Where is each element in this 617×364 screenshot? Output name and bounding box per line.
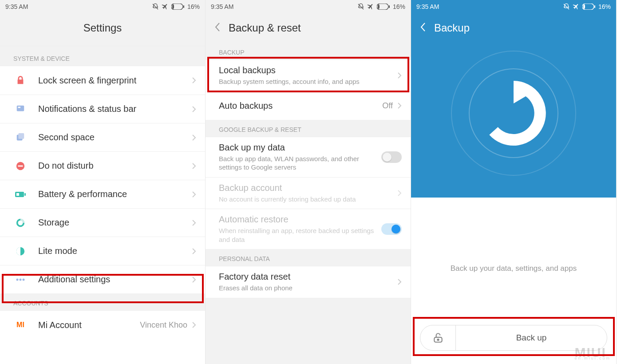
row-label: Notifications & status bar xyxy=(38,104,192,114)
settings-header: Settings xyxy=(0,13,205,43)
mi-account-value: Vincent Khoo xyxy=(140,320,187,330)
backup-button[interactable]: Back up xyxy=(456,333,607,343)
row-label: Second space xyxy=(38,132,192,142)
status-time: 9:35 AM xyxy=(211,3,233,10)
row-title: Back up my data xyxy=(219,142,381,153)
chevron-right-icon xyxy=(397,190,402,197)
backup-button-label: Back up xyxy=(516,333,547,342)
battery-percent: 16% xyxy=(393,3,405,10)
row-mi-account[interactable]: MI Mi Account Vincent Khoo xyxy=(0,311,205,339)
row-second-space[interactable]: Second space xyxy=(0,123,205,151)
backup-header: Backup xyxy=(411,13,616,43)
chevron-right-icon xyxy=(192,276,196,283)
row-label: Lite mode xyxy=(38,246,192,256)
status-right-icons: 16% xyxy=(357,3,405,10)
row-lock-screen[interactable]: Lock screen & fingerprint xyxy=(0,66,205,95)
section-backup: BACKUP xyxy=(206,43,411,60)
row-label: Battery & performance xyxy=(38,189,192,199)
dnd-icon xyxy=(357,3,364,10)
row-auto-backups[interactable]: Auto backups Off xyxy=(206,91,411,120)
section-accounts: ACCOUNTS xyxy=(0,293,205,311)
status-bar: 9:35 AM 16% xyxy=(411,0,616,13)
row-automatic-restore: Automatic restore When reinstalling an a… xyxy=(206,209,411,249)
svg-point-29 xyxy=(437,339,439,340)
chevron-right-icon xyxy=(192,321,196,328)
unlock-button[interactable] xyxy=(420,325,456,350)
chevron-right-icon xyxy=(192,162,196,170)
backup-graphic-icon xyxy=(447,47,580,182)
backup-reset-title: Backup & reset xyxy=(229,22,301,34)
svg-rect-11 xyxy=(24,193,26,196)
row-local-backups[interactable]: Local backups Backup system settings, ac… xyxy=(206,60,411,91)
section-google-backup: GOOGLE BACKUP & RESET xyxy=(206,120,411,137)
dnd-icon xyxy=(152,3,159,10)
airplane-icon xyxy=(367,3,374,10)
row-factory-reset[interactable]: Factory data reset Erases all data on ph… xyxy=(206,266,411,298)
row-subtitle: Erases all data on phone xyxy=(219,284,397,293)
battery-percent: 16% xyxy=(598,3,611,10)
settings-screen: 9:35 AM 16% Settings SYSTEM & DEVICE Loc… xyxy=(0,0,206,364)
svg-point-16 xyxy=(20,278,22,281)
row-title: Local backups xyxy=(219,65,397,75)
svg-rect-3 xyxy=(183,5,184,8)
row-additional-settings[interactable]: Additional settings xyxy=(0,265,205,293)
chevron-right-icon xyxy=(192,248,196,255)
svg-rect-20 xyxy=(378,4,380,9)
svg-rect-21 xyxy=(389,5,390,8)
lock-icon xyxy=(13,73,28,87)
chevron-right-icon xyxy=(397,72,402,79)
row-lite-mode[interactable]: Lite mode xyxy=(0,237,205,265)
row-label: Mi Account xyxy=(38,320,140,330)
row-battery[interactable]: Battery & performance xyxy=(0,180,205,208)
second-space-icon xyxy=(13,131,28,145)
notifications-icon xyxy=(13,102,28,116)
chevron-right-icon xyxy=(192,106,196,113)
svg-rect-5 xyxy=(18,107,21,108)
svg-rect-12 xyxy=(16,193,19,196)
toggle-backup-data[interactable] xyxy=(381,151,402,163)
back-button[interactable] xyxy=(214,22,221,34)
unlock-icon xyxy=(432,332,444,344)
row-subtitle: Backup system settings, account info, an… xyxy=(219,77,397,86)
backup-reset-list: BACKUP Local backups Backup system setti… xyxy=(206,43,411,364)
status-bar: 9:35 AM 16% xyxy=(0,0,205,13)
more-icon xyxy=(13,273,28,287)
airplane-icon xyxy=(162,3,169,10)
settings-list: SYSTEM & DEVICE Lock screen & fingerprin… xyxy=(0,43,205,364)
row-label: Do not disturb xyxy=(38,161,192,171)
row-dnd[interactable]: Do not disturb xyxy=(0,151,205,180)
svg-point-15 xyxy=(16,278,19,281)
battery-percent: 16% xyxy=(187,3,200,10)
back-button[interactable] xyxy=(420,22,426,34)
row-subtitle: Back up app data, WLAN passwords, and ot… xyxy=(219,154,381,172)
row-title: Factory data reset xyxy=(219,272,397,282)
backup-reset-header: Backup & reset xyxy=(206,13,411,43)
chevron-right-icon xyxy=(397,102,402,109)
airplane-icon xyxy=(573,3,580,10)
backup-bottom: Back up your data, settings, and apps Ba… xyxy=(411,198,616,364)
status-bar: 9:35 AM 16% xyxy=(206,0,411,13)
settings-title: Settings xyxy=(83,22,122,34)
storage-icon xyxy=(13,216,28,230)
dnd-icon xyxy=(563,3,570,10)
svg-point-26 xyxy=(451,51,576,175)
row-title: Auto backups xyxy=(219,101,382,111)
row-subtitle: No account is currently storing backed u… xyxy=(219,195,397,204)
svg-rect-24 xyxy=(583,4,585,9)
row-notifications[interactable]: Notifications & status bar xyxy=(0,95,205,123)
battery-icon xyxy=(171,4,185,10)
row-storage[interactable]: Storage xyxy=(0,208,205,237)
svg-rect-9 xyxy=(18,165,23,166)
status-right-icons: 16% xyxy=(563,3,611,10)
mi-logo-icon: MI xyxy=(13,318,28,332)
svg-rect-2 xyxy=(172,4,174,9)
svg-rect-4 xyxy=(17,105,24,111)
backup-reset-screen: 9:35 AM 16% Backup & reset BACKUP Local … xyxy=(206,0,411,364)
battery-icon xyxy=(582,4,596,10)
backup-action-bar: Back up xyxy=(420,325,607,351)
backup-hint: Back up your data, settings, and apps xyxy=(411,198,616,273)
status-time: 9:35 AM xyxy=(416,3,439,10)
toggle-auto-restore[interactable] xyxy=(381,223,402,235)
row-backup-my-data[interactable]: Back up my data Back up app data, WLAN p… xyxy=(206,137,411,177)
backup-screen: 9:35 AM 16% Backup Back up your data xyxy=(411,0,617,364)
